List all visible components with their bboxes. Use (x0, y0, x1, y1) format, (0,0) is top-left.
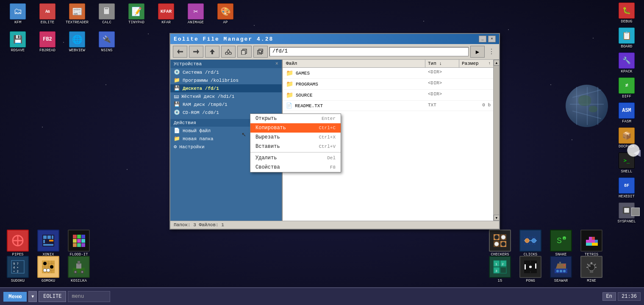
sudoku-icon: 9 7 4 • • 2 (7, 256, 29, 278)
taskbar-arrow[interactable]: ▼ (28, 291, 37, 302)
debug-icon: 🐛 (619, 3, 635, 19)
window-minimize-button[interactable]: _ (479, 36, 486, 42)
devices-close[interactable]: × (275, 61, 278, 67)
file-row-2[interactable]: 📁 SOURCE <DIR> (283, 90, 493, 101)
device-item-4[interactable]: 💾 RAM диск /tmp0/1 (170, 100, 282, 108)
kfar-icon: KFAR (158, 3, 174, 19)
15-label: 15 (498, 279, 502, 283)
desktop-icon-tinypad[interactable]: 📝 TINYPAD (122, 2, 151, 26)
diff-icon: ≠ (619, 78, 635, 94)
desktop-icon-webview[interactable]: 🌐 WEBVIEW (63, 30, 92, 54)
desktop-icon-fb2read[interactable]: FB2 FB2READ (33, 30, 62, 54)
forward-button[interactable] (189, 46, 203, 58)
active-app-button[interactable]: EOLITE (39, 291, 66, 302)
desktop-icon-15[interactable]: 1 2 3 15 (486, 254, 514, 285)
taskbar-language[interactable]: En (602, 292, 616, 301)
context-cut[interactable]: Вырезать Ctrl+X (250, 133, 341, 142)
cut-button[interactable] (221, 46, 236, 58)
paste-button[interactable] (253, 46, 268, 58)
context-delete[interactable]: Удалить Del (250, 153, 341, 163)
scrollbar-down-button[interactable]: ▼ (494, 215, 500, 221)
docpack-icon: 📦 (619, 128, 635, 144)
context-properties[interactable]: Свойства F8 (250, 163, 341, 172)
scrollbar-up-button[interactable]: ▲ (494, 60, 500, 66)
pong-label: PONG (526, 279, 535, 283)
path-bar[interactable]: /fd/1 (269, 47, 469, 56)
svg-rect-24 (49, 240, 53, 241)
desktop-icon-textreader[interactable]: 📰 TEXTREADER (63, 2, 92, 26)
window-close-button[interactable]: × (488, 36, 496, 42)
globe-decoration (566, 85, 608, 127)
desktop-icon-hexedit[interactable]: 8F HEXEDIT (611, 176, 643, 200)
desktop-icon-kfar[interactable]: KFAR KFAR (152, 2, 180, 26)
desktop-icon-diff[interactable]: ≠ DIFF (611, 76, 643, 100)
desktop-icon-seawar[interactable]: SEAWAR (547, 254, 575, 285)
device-item-2[interactable]: 💾 Дискета /fd/1 (170, 84, 282, 92)
scrollbar-track[interactable] (494, 66, 499, 215)
desktop-icon-debug[interactable]: 🐛 DEBUG (611, 1, 643, 25)
tinypad-icon: 📝 (128, 3, 144, 19)
taskbar-input[interactable] (68, 291, 110, 302)
square-button[interactable] (631, 208, 640, 216)
mine-icon (580, 256, 602, 278)
svg-rect-77 (589, 240, 592, 243)
col-size-header[interactable]: Размер ↑ (459, 60, 493, 67)
rdsave-icon: 💾 (10, 31, 26, 47)
desktop-icon-kpack[interactable]: 🔧 KPACK (611, 51, 643, 75)
svg-rect-83 (595, 243, 598, 246)
context-copy[interactable]: Копировать Ctrl+C (250, 123, 341, 133)
svg-point-49 (43, 269, 47, 272)
desktop-icon-nsins[interactable]: 🔌 NSINS (92, 30, 121, 54)
file-row-3[interactable]: 📄 README.TXT TXT 0 b (283, 101, 493, 111)
file-type-1: <DIR> (425, 80, 459, 89)
svg-point-61 (494, 235, 499, 239)
file-name-0: 📁 GAMES (283, 69, 425, 78)
menu-button[interactable]: Меню (3, 292, 27, 302)
board-icon: 📋 (619, 28, 635, 44)
up-button[interactable] (205, 46, 219, 58)
desktop-icon-animage[interactable]: ✂ ANIMAGE (181, 2, 210, 26)
desktop-icon-ap[interactable]: 🎨 AP (211, 2, 240, 26)
desktop-icon-rdsave[interactable]: 💾 RDSAVE (3, 30, 32, 54)
col-name-header[interactable]: Файл (283, 60, 425, 67)
svg-rect-108 (591, 262, 592, 264)
desktop-icon-gomoku[interactable]: GOMOKU (34, 254, 63, 285)
desktop-icon-calc[interactable]: 🖩 CALC (92, 2, 121, 26)
desktop-icon-kfm[interactable]: 🗂 KFM (3, 2, 32, 26)
device-item-1[interactable]: 📁 Программы /kolibrios (170, 76, 282, 84)
device-item-3[interactable]: 🖴 Жёсткий диск /hd1/1 (170, 92, 282, 100)
desktop-icon-board[interactable]: 📋 BOARD (611, 26, 643, 50)
context-open[interactable]: Открыть Enter (250, 114, 341, 123)
kosilka-icon (68, 256, 90, 278)
copy-button[interactable] (237, 46, 252, 58)
desktop-icon-kosilka[interactable]: KOSILKA (64, 254, 93, 285)
context-paste[interactable]: Вставить Ctrl+V (250, 142, 341, 151)
desktop-icon-sudoku[interactable]: 9 7 4 • • 2 SUDOKU (3, 254, 32, 285)
col-type-header[interactable]: Тип ↓ (425, 60, 459, 67)
ap-icon: 🎨 (217, 3, 233, 19)
file-row-1[interactable]: 📁 PROGRAMS <DIR> (283, 79, 493, 90)
desktop: 🗂 KFM Aa EOLITE 📰 TEXTREADER 🖩 CALC 📝 (0, 0, 644, 305)
folder-icon-1: 📁 (286, 80, 293, 88)
action-new-file-left: 📄 Новый файл (174, 128, 211, 134)
path-go-button[interactable]: ▶ (470, 46, 485, 58)
circle-button[interactable] (627, 144, 640, 157)
svg-rect-52 (78, 261, 80, 264)
desktop-icon-fasm[interactable]: ASM FASM (611, 101, 643, 125)
svg-point-62 (501, 242, 505, 246)
desktop-icon-eolite[interactable]: Aa EOLITE (33, 2, 62, 26)
top-icon-bar-row2: 💾 RDSAVE FB2 FB2READ 🌐 WEBVIEW 🔌 NSINS (0, 29, 125, 55)
calc-icon: 🖩 (99, 3, 115, 19)
svg-point-56 (81, 271, 83, 273)
svg-rect-34 (81, 243, 85, 247)
back-button[interactable] (173, 46, 187, 58)
svg-rect-29 (73, 239, 77, 243)
file-row-0[interactable]: 📁 GAMES <DIR> (283, 68, 493, 79)
device-item-0[interactable]: 💿 Система /rd/1 (170, 68, 282, 76)
desktop-icon-mine[interactable]: MINE (577, 254, 606, 285)
desktop-icon-pong[interactable]: PONG (516, 254, 545, 285)
toolbar-options[interactable]: ⋮ (486, 47, 497, 56)
action-settings-icon: ⚙ (174, 144, 177, 150)
snake-icon: S •• (550, 230, 572, 252)
top-icon-bar: 🗂 KFM Aa EOLITE 📰 TEXTREADER 🖩 CALC 📝 (0, 0, 644, 29)
